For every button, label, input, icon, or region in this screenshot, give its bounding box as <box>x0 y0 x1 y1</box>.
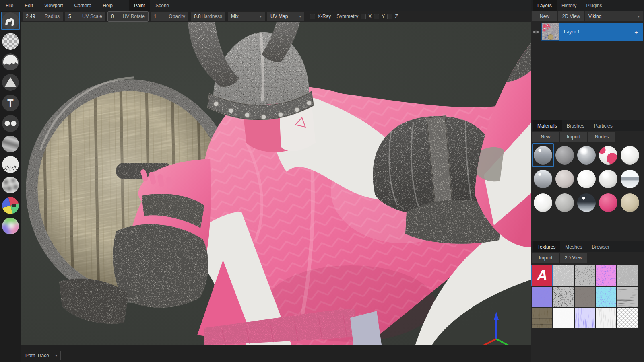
material-swatch-1[interactable] <box>532 143 554 167</box>
radius-field[interactable]: 2.49 Radius <box>23 12 63 21</box>
tool-fill[interactable] <box>1 53 20 71</box>
tab-textures[interactable]: Textures <box>533 241 560 252</box>
menu-edit[interactable]: Edit <box>19 0 39 11</box>
tab-history[interactable]: History <box>557 0 581 11</box>
tab-browser[interactable]: Browser <box>587 241 614 252</box>
uv-map-value: UV Map <box>270 14 288 19</box>
texture-thumb-1[interactable]: A <box>532 265 553 287</box>
tool-eraser[interactable] <box>1 32 20 51</box>
viking-model-render <box>21 22 531 345</box>
tab-plugins[interactable]: Plugins <box>581 0 607 11</box>
menu-file[interactable]: File <box>0 0 19 11</box>
hardness-value: 0.8 <box>194 14 201 19</box>
tab-scene[interactable]: Scene <box>150 0 174 11</box>
uv-scale-field[interactable]: 5 UV Scale <box>65 12 105 21</box>
material-new-button[interactable]: New <box>532 132 559 142</box>
tool-particle[interactable] <box>1 155 20 174</box>
material-swatch-3[interactable] <box>576 143 597 167</box>
texture-thumb-9[interactable] <box>596 287 617 308</box>
blend-mode-dropdown[interactable]: Mix ▾ <box>228 12 265 21</box>
material-swatch-11[interactable] <box>532 191 554 214</box>
blend-mode-value: Mix <box>231 14 239 19</box>
material-nodes-button[interactable]: Nodes <box>588 132 615 142</box>
symmetry-y-checkbox[interactable] <box>374 14 379 19</box>
tab-paint[interactable]: Paint <box>129 0 150 11</box>
layer-new-button[interactable]: New <box>532 11 557 21</box>
tool-smudge[interactable] <box>1 176 20 194</box>
texture-thumb-11[interactable] <box>532 308 553 329</box>
layer-selected-strip[interactable]: Layer 1 + <box>541 23 643 41</box>
tab-brushes[interactable]: Brushes <box>562 120 589 131</box>
layer-visibility-toggle[interactable] <box>531 29 541 35</box>
material-swatch-15[interactable] <box>619 191 641 214</box>
uv-map-dropdown[interactable]: UV Map ▾ <box>267 12 304 21</box>
blur-icon <box>2 136 19 152</box>
menu-help[interactable]: Help <box>97 0 118 11</box>
spacer <box>118 0 129 11</box>
uv-rotate-field[interactable]: 0 UV Rotate <box>108 12 148 21</box>
object-dropdown-value: Viking <box>588 14 601 19</box>
tab-layers[interactable]: Layers <box>533 0 557 11</box>
hardness-field[interactable]: 0.8 Hardness <box>191 12 225 21</box>
tool-brush[interactable] <box>1 12 20 30</box>
texture-thumb-10[interactable] <box>617 287 639 308</box>
material-swatch-9[interactable] <box>597 167 619 191</box>
tool-text[interactable]: T <box>1 94 20 112</box>
opacity-field[interactable]: 1 Opacity <box>151 12 188 21</box>
material-swatch-6[interactable] <box>532 167 554 191</box>
tab-meshes[interactable]: Meshes <box>560 241 587 252</box>
texture-preview <box>532 308 552 328</box>
texture-preview <box>553 308 574 328</box>
menu-camera[interactable]: Camera <box>69 0 97 11</box>
texture-thumb-6[interactable] <box>532 287 553 308</box>
tool-picker[interactable] <box>1 196 20 215</box>
tool-blur[interactable] <box>1 135 20 153</box>
uv-rotate-label: UV Rotate <box>123 14 145 19</box>
material-swatch-8[interactable] <box>576 167 597 191</box>
texture-thumb-12[interactable] <box>553 308 575 329</box>
xray-checkbox[interactable] <box>310 14 315 19</box>
texture-thumb-8[interactable] <box>575 287 596 308</box>
opacity-value: 1 <box>154 14 157 19</box>
tool-material[interactable] <box>1 217 20 235</box>
symmetry-x-checkbox[interactable] <box>361 14 366 19</box>
render-mode-dropdown[interactable]: Path-Trace ▾ <box>22 351 61 360</box>
texture-thumb-13[interactable] <box>575 308 596 329</box>
symmetry-z-checkbox[interactable] <box>387 14 392 19</box>
texture-import-button[interactable]: Import <box>532 253 559 263</box>
layer-row[interactable]: Layer 1 + <box>531 23 644 41</box>
tab-materials[interactable]: Materials <box>533 120 562 131</box>
texture-2d-view-button[interactable]: 2D View <box>560 253 587 263</box>
texture-thumb-15[interactable] <box>617 308 639 329</box>
text-icon: T <box>2 95 19 111</box>
material-swatch-4[interactable] <box>597 143 619 167</box>
material-swatch-2[interactable] <box>554 143 576 167</box>
material-import-button[interactable]: Import <box>560 132 587 142</box>
material-swatch-10[interactable] <box>619 167 641 191</box>
tab-particles[interactable]: Particles <box>589 120 617 131</box>
tool-clone[interactable] <box>1 114 20 133</box>
eye-icon <box>533 29 539 35</box>
eraser-icon <box>2 33 19 50</box>
material-swatch-13[interactable] <box>576 191 597 214</box>
material-swatch-12[interactable] <box>554 191 576 214</box>
texture-thumb-7[interactable] <box>553 287 575 308</box>
texture-thumb-14[interactable] <box>596 308 617 329</box>
xray-label: X-Ray <box>318 14 331 19</box>
tool-decal[interactable] <box>1 73 20 92</box>
layer-add-button[interactable]: + <box>634 29 638 35</box>
texture-thumb-5[interactable] <box>617 265 639 287</box>
brush-toolbar: 2.49 Radius 5 UV Scale 0 UV Rotate 1 Opa… <box>21 11 531 22</box>
texture-thumb-2[interactable] <box>553 265 575 287</box>
material-swatch-14[interactable] <box>597 191 619 214</box>
object-dropdown[interactable]: Viking ▾ <box>585 11 643 21</box>
menu-viewport[interactable]: Viewport <box>39 0 68 11</box>
material-swatch-5[interactable] <box>619 143 641 167</box>
layer-2d-view-button[interactable]: 2D View <box>558 11 584 21</box>
material-sphere-preview <box>555 146 574 165</box>
texture-thumb-4[interactable] <box>596 265 617 287</box>
viewport-3d[interactable] <box>21 22 531 345</box>
material-swatch-7[interactable] <box>554 167 576 191</box>
texture-thumb-3[interactable] <box>575 265 596 287</box>
svg-text:T: T <box>7 97 13 109</box>
